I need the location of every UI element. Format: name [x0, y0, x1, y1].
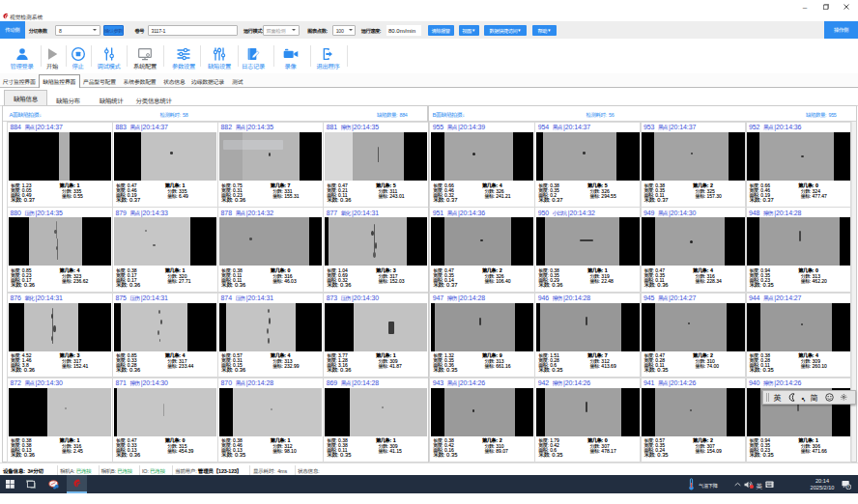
svg-text:6: 6 — [847, 485, 849, 489]
